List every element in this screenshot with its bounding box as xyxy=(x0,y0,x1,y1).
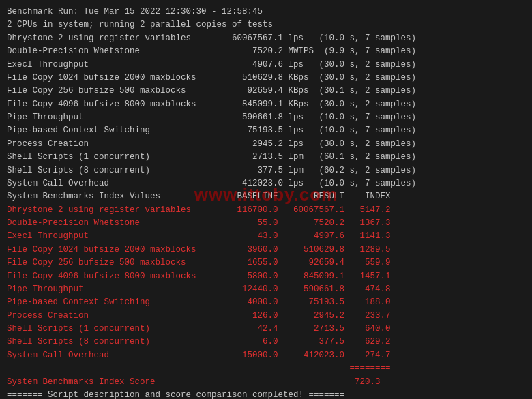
terminal-line: System Call Overhead 412023.0 lps (10.0 … xyxy=(7,177,525,190)
terminal-window: Benchmark Run: Tue Mar 15 2022 12:30:30 … xyxy=(0,0,532,399)
terminal-line: Pipe Throughput 590661.8 lps (10.0 s, 7 … xyxy=(7,111,525,124)
terminal-line: File Copy 256 bufsize 500 maxblocks 9265… xyxy=(7,85,525,98)
terminal-line: File Copy 256 bufsize 500 maxblocks 1655… xyxy=(7,256,525,269)
terminal-line: Execl Throughput 4907.6 lps (30.0 s, 2 s… xyxy=(7,59,525,72)
terminal-line: File Copy 1024 bufsize 2000 maxblocks 51… xyxy=(7,72,525,85)
terminal-line: ======= Script description and score com… xyxy=(7,389,525,399)
terminal-line: Shell Scripts (1 concurrent) 2713.5 lpm … xyxy=(7,151,525,164)
terminal-line: Benchmark Run: Tue Mar 15 2022 12:30:30 … xyxy=(7,5,525,18)
terminal-line: 2 CPUs in system; running 2 parallel cop… xyxy=(7,18,525,31)
terminal-line: Double-Precision Whetstone 7520.2 MWIPS … xyxy=(7,45,525,58)
terminal-line: Execl Throughput 43.0 4907.6 1141.3 xyxy=(7,230,525,243)
terminal-line: ======== xyxy=(7,362,525,375)
terminal-line: Dhrystone 2 using register variables 116… xyxy=(7,204,525,217)
terminal-line: Pipe-based Context Switching 75193.5 lps… xyxy=(7,124,525,137)
terminal-line: Shell Scripts (8 concurrent) 377.5 lpm (… xyxy=(7,164,525,177)
terminal-line: File Copy 1024 bufsize 2000 maxblocks 39… xyxy=(7,243,525,256)
terminal-line: Pipe-based Context Switching 4000.0 7519… xyxy=(7,296,525,309)
terminal-line: Shell Scripts (8 concurrent) 6.0 377.5 6… xyxy=(7,336,525,349)
terminal-line: Process Creation 126.0 2945.2 233.7 xyxy=(7,310,525,323)
terminal-line: File Copy 4096 bufsize 8000 maxblocks 58… xyxy=(7,270,525,283)
terminal-line: System Call Overhead 15000.0 412023.0 27… xyxy=(7,349,525,362)
terminal-line: File Copy 4096 bufsize 8000 maxblocks 84… xyxy=(7,98,525,111)
terminal-line: Dhrystone 2 using register variables 600… xyxy=(7,32,525,45)
terminal-line: Double-Precision Whetstone 55.0 7520.2 1… xyxy=(7,217,525,230)
terminal-line: System Benchmarks Index Score 720.3 xyxy=(7,376,525,389)
terminal-line: Pipe Throughput 12440.0 590661.8 474.8 xyxy=(7,283,525,296)
terminal-line: System Benchmarks Index Values BASELINE … xyxy=(7,190,525,203)
terminal-line: Shell Scripts (1 concurrent) 42.4 2713.5… xyxy=(7,323,525,336)
terminal-line: Process Creation 2945.2 lps (30.0 s, 2 s… xyxy=(7,138,525,151)
